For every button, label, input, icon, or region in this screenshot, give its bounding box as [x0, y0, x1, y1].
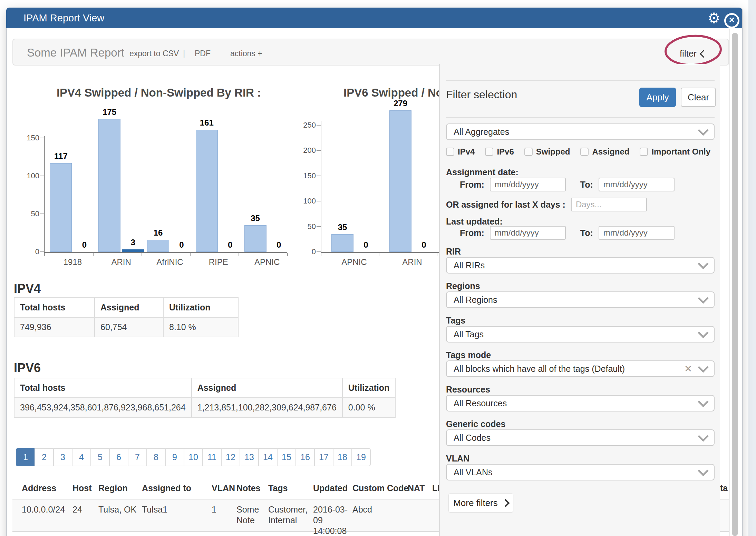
assignment-to-input[interactable]	[599, 178, 675, 191]
more-filters-label: More filters	[453, 498, 498, 508]
divider	[446, 117, 715, 118]
clear-x-icon[interactable]: ×	[685, 363, 692, 375]
select-vlan[interactable]: All VLANs	[446, 464, 715, 480]
filter-toggle-button[interactable]: filter	[680, 48, 706, 59]
close-icon[interactable]: ×	[724, 13, 739, 28]
select-tags[interactable]: All Tags	[446, 326, 715, 343]
checkbox-box	[580, 148, 589, 156]
apply-button[interactable]: Apply	[639, 88, 676, 107]
bar-swipped	[244, 225, 266, 252]
last-updated-label: Last updated:	[446, 217, 503, 227]
checkbox-label: Important Only	[651, 147, 710, 157]
chevron-down-icon	[698, 258, 708, 269]
page-button-8[interactable]: 8	[146, 448, 166, 466]
chevron-right-icon	[501, 499, 510, 507]
y-tick-mark	[317, 226, 321, 227]
x-tick-mark	[239, 253, 239, 256]
select-value: All Regions	[454, 295, 699, 305]
x-tick-mark	[44, 253, 45, 256]
modal-title: IPAM Report View	[23, 8, 104, 28]
y-tick-mark	[40, 176, 44, 176]
y-tick-label: 50	[16, 209, 39, 218]
page-button-1[interactable]: 1	[16, 448, 35, 466]
table-cell: 60,754	[95, 317, 163, 337]
y-axis-line	[321, 121, 321, 252]
bar-value-label: 0	[72, 240, 97, 250]
page-button-16[interactable]: 16	[295, 448, 315, 466]
ipv6-summary-table: Total hosts Assigned Utilization 396,453…	[14, 378, 396, 418]
page-button-15[interactable]: 15	[277, 448, 296, 466]
select-rir[interactable]: All RIRs	[446, 257, 715, 274]
filter-panel-heading: Filter selection	[446, 88, 517, 101]
updated-from-input[interactable]	[490, 226, 566, 240]
x-tick-mark	[142, 253, 142, 256]
select-resources[interactable]: All Resources	[446, 395, 715, 411]
chevron-left-icon	[700, 50, 708, 58]
records-header-cell: Region	[98, 483, 140, 494]
select-generic-codes[interactable]: All Codes	[446, 429, 715, 446]
chart-title: IPV6 Swipped / Non	[343, 86, 450, 99]
actions-menu[interactable]: actions +	[230, 49, 262, 58]
chevron-down-icon	[698, 431, 708, 441]
page-button-18[interactable]: 18	[333, 448, 352, 466]
assignment-from-input[interactable]	[490, 178, 566, 191]
assigned-last-days-row: OR assigned for last X days :	[446, 198, 647, 211]
bar-swipped	[196, 130, 218, 252]
page-button-10[interactable]: 10	[184, 448, 203, 466]
y-axis-line	[44, 136, 45, 252]
records-cell: 2016-03-09 14:00:08	[313, 504, 351, 536]
page-button-9[interactable]: 9	[165, 448, 184, 466]
page-button-17[interactable]: 17	[314, 448, 333, 466]
clear-button[interactable]: Clear	[681, 88, 716, 107]
chevron-down-icon	[698, 293, 708, 304]
export-csv-link[interactable]: export to CSV	[129, 49, 179, 58]
chevron-down-icon	[698, 125, 708, 136]
page-button-14[interactable]: 14	[258, 448, 278, 466]
checkbox-ipv6[interactable]: IPv6	[485, 147, 514, 157]
page-button-5[interactable]: 5	[90, 448, 110, 466]
select-aggregates[interactable]: All Aggregates	[446, 123, 715, 140]
modal-scrollbar-thumb[interactable]	[732, 33, 738, 536]
column-header: Assigned	[192, 378, 342, 398]
x-tick-mark	[437, 253, 437, 256]
select-value: All blocks which have all of the tags (D…	[454, 364, 685, 374]
checkbox-label: Swipped	[536, 147, 570, 157]
modal-header: IPAM Report View ⚙ ×	[6, 8, 742, 28]
pdf-link[interactable]: PDF	[195, 49, 211, 58]
settings-gear-icon[interactable]: ⚙	[706, 10, 721, 26]
more-filters-button[interactable]: More filters	[448, 493, 513, 513]
page-button-7[interactable]: 7	[128, 448, 147, 466]
records-header-cell: Updated	[313, 483, 351, 494]
page-button-2[interactable]: 2	[35, 448, 54, 466]
checkbox-ipv4[interactable]: IPv4	[446, 147, 475, 157]
page-button-3[interactable]: 3	[53, 448, 72, 466]
checkbox-swipped[interactable]: Swipped	[524, 147, 570, 157]
page-button-13[interactable]: 13	[240, 448, 259, 466]
checkbox-important-only[interactable]: Important Only	[640, 147, 710, 157]
select-value: All Aggregates	[454, 127, 699, 137]
table-cell: 1,213,851,100,282,309,624,987,676	[192, 398, 342, 417]
records-cell: Some Note	[236, 504, 266, 526]
select-tags-mode[interactable]: All blocks which have all of the tags (D…	[446, 360, 715, 377]
divider	[446, 80, 715, 81]
updated-to-input[interactable]	[599, 226, 675, 240]
x-tick-mark	[321, 253, 321, 256]
modal-scrollbar-track[interactable]	[729, 29, 742, 536]
page-button-11[interactable]: 11	[202, 448, 222, 466]
select-value: All VLANs	[454, 467, 699, 477]
records-cell: Customer, Internal	[268, 504, 311, 526]
from-label: From:	[460, 180, 484, 190]
checkbox-assigned[interactable]: Assigned	[580, 147, 629, 157]
page-button-12[interactable]: 12	[221, 448, 240, 466]
page-button-6[interactable]: 6	[109, 448, 128, 466]
x-axis-line	[44, 252, 287, 253]
y-tick-mark	[317, 150, 321, 151]
page-button-4[interactable]: 4	[72, 448, 91, 466]
days-input[interactable]	[571, 198, 647, 211]
select-regions[interactable]: All Regions	[446, 291, 715, 308]
bar-value-label: 0	[266, 240, 291, 250]
page-button-19[interactable]: 19	[351, 448, 371, 466]
chevron-down-icon	[698, 327, 708, 338]
records-cell: Tulsa, OK	[98, 504, 140, 515]
checkbox-box	[524, 148, 533, 156]
